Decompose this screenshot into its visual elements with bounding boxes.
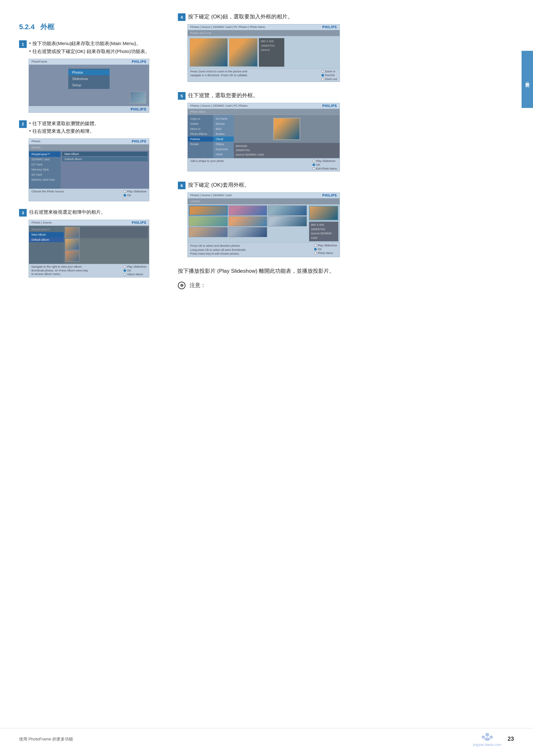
frames-item: Frames bbox=[188, 137, 213, 142]
right-column: 4 按下確定 (OK)鈕，選取要加入外框的相片。 Photos | Source… bbox=[178, 13, 514, 293]
note-text: 按下播放投影片 (Play Slideshow) 離開此功能表，並播放投影片。 bbox=[178, 267, 514, 276]
step-2-bullet-2: • 往右巡覽來進入您要的相簿。 bbox=[29, 127, 99, 135]
step-3-header: 3 往右巡覽來檢視選定相簿中的相片。 bbox=[19, 208, 165, 217]
page-footer: 使用 PhotoFrame 的更多功能 jingyan.baidu.com 23 bbox=[0, 728, 533, 746]
baidu-icon bbox=[479, 732, 495, 741]
screenshot-6: Photos | Source | SD/MMC Card PHILIPS Un… bbox=[187, 192, 340, 257]
screenshot-1: PhotoFrame PHILIPS Photos Slideshow Setu… bbox=[29, 59, 149, 113]
step-3-badge: 3 bbox=[19, 209, 27, 217]
step-1-block: 1 • 按下功能表(Menu)鈕來存取主功能表(Main Menu)。 • 往右… bbox=[19, 40, 165, 113]
page-number: 23 bbox=[508, 736, 514, 742]
step-5-block: 5 往下巡覽，選取您要的外框。 Photos | Source | SD/MMC… bbox=[178, 92, 514, 172]
step-6-text: 按下確定 (OK)套用外框。 bbox=[188, 181, 250, 189]
step-2-block: 2 • 往下巡覽來選取欲瀏覽的媒體。 • 往右巡覽來進入您要的相簿。 Photo… bbox=[19, 120, 165, 202]
play-slideshow-option: Play Slideshow bbox=[316, 159, 335, 163]
footer-left: 使用 PhotoFrame 的更多功能 bbox=[19, 736, 73, 742]
side-tab-text: 义中翻英 bbox=[524, 78, 530, 81]
step-5-header: 5 往下巡覽，選取您要的外框。 bbox=[178, 92, 514, 100]
step-4-header: 4 按下確定 (OK)鈕，選取要加入外框的相片。 bbox=[178, 13, 514, 21]
section-title: 外框 bbox=[40, 23, 54, 31]
svg-point-0 bbox=[485, 733, 489, 737]
step-4-badge: 4 bbox=[178, 14, 185, 21]
step-4-block: 4 按下確定 (OK)鈕，選取要加入外框的相片。 Photos | Source… bbox=[178, 13, 514, 82]
step-1-bullet-2: • 往右巡覽或按下確定(OK) 鈕來存取相片(Photo)功能表。 bbox=[29, 48, 150, 56]
baidu-area: jingyan.baidu.com bbox=[473, 732, 501, 746]
section-number: 5.2.4 bbox=[19, 23, 35, 31]
step-1-bullet-1: • 按下功能表(Menu)鈕來存取主功能表(Main Menu)。 bbox=[29, 40, 150, 48]
note-block: 按下播放投影片 (Play Slideshow) 離開此功能表，並播放投影片。 … bbox=[178, 267, 514, 290]
step-1-content: • 按下功能表(Menu)鈕來存取主功能表(Main Menu)。 • 往右巡覽… bbox=[29, 40, 150, 56]
step-5-text: 往下巡覽，選取您要的外框。 bbox=[188, 92, 258, 100]
svg-point-1 bbox=[482, 736, 485, 739]
step-2-bullet-1: • 往下巡覽來選取欲瀏覽的媒體。 bbox=[29, 120, 99, 128]
baidu-logo bbox=[479, 732, 495, 742]
page-content: 5.2.4 外框 1 • 按下功能表(Menu)鈕來存取主功能表(Main Me… bbox=[0, 0, 533, 306]
step-2-badge: 2 bbox=[19, 120, 27, 128]
footer-right: jingyan.baidu.com 23 bbox=[473, 732, 514, 746]
left-column: 5.2.4 外框 1 • 按下功能表(Menu)鈕來存取主功能表(Main Me… bbox=[19, 13, 165, 293]
step-6-badge: 6 bbox=[178, 182, 185, 189]
screenshot-4: Photos | Source | SD/MMC Card | PC Photo… bbox=[187, 24, 340, 82]
step-1-header: 1 • 按下功能表(Menu)鈕來存取主功能表(Main Menu)。 • 往右… bbox=[19, 40, 165, 56]
step-4-text: 按下確定 (OK)鈕，選取要加入外框的相片。 bbox=[188, 13, 293, 21]
screenshot-5: Photos | Source | SD/MMC Card | PC Photo… bbox=[187, 103, 340, 172]
side-tab: 义中翻英 bbox=[521, 51, 533, 108]
step-6-block: 6 按下確定 (OK)套用外框。 Photos | Source | SD/MM… bbox=[178, 181, 514, 257]
step-6-header: 6 按下確定 (OK)套用外框。 bbox=[178, 181, 514, 189]
baidu-url: jingyan.baidu.com bbox=[473, 742, 501, 746]
section-heading: 5.2.4 外框 bbox=[19, 13, 165, 32]
svg-point-3 bbox=[484, 738, 490, 741]
step-3-text: 往右巡覽來檢視選定相簿中的相片。 bbox=[29, 208, 105, 216]
photo-effects-item: Photo Effects bbox=[188, 131, 213, 137]
step-3-block: 3 往右巡覽來檢視選定相簿中的相片。 Photos | Source PHILI… bbox=[19, 208, 165, 278]
step-5-badge: 5 bbox=[178, 92, 185, 100]
screenshot-3: Photos | Source PHILIPS PhotoFrame™ New … bbox=[29, 220, 149, 278]
svg-point-2 bbox=[490, 736, 493, 739]
step-1-badge: 1 bbox=[19, 40, 27, 48]
screenshot-2: Photos PHILIPS Source PhotoFrame™ SD/MMC… bbox=[29, 138, 149, 201]
step-2-header: 2 • 往下巡覽來選取欲瀏覽的媒體。 • 往右巡覽來進入您要的相簿。 bbox=[19, 120, 165, 136]
note-attention: ⊜ 注意： bbox=[178, 281, 514, 290]
